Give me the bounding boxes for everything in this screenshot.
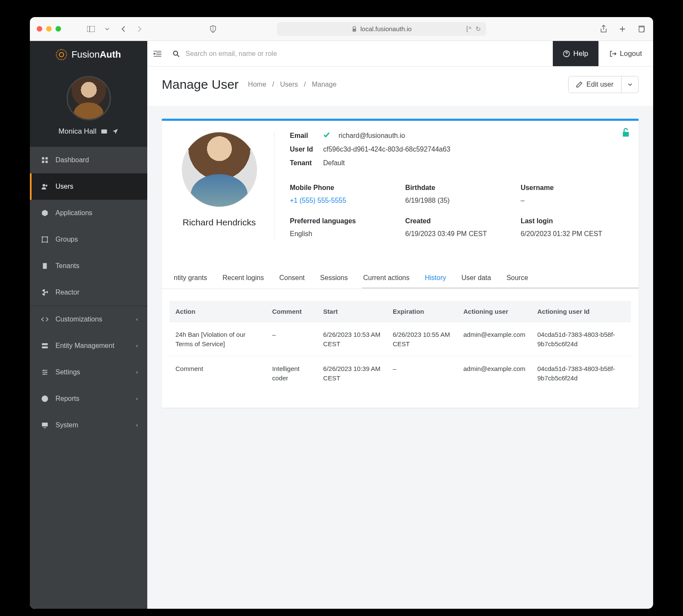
- sidebar-profile: Monica Hall: [30, 68, 147, 147]
- nav-label: Customizations: [55, 315, 102, 323]
- nav-groups[interactable]: Groups: [30, 226, 147, 253]
- nav-settings[interactable]: Settings ‹: [30, 359, 147, 385]
- nav-label: Groups: [55, 236, 78, 243]
- nav-dashboard[interactable]: Dashboard: [30, 147, 147, 173]
- nav-label: Reactor: [55, 289, 79, 296]
- chevron-down-icon[interactable]: [102, 24, 112, 34]
- breadcrumb: Home / Users / Manage: [248, 81, 336, 88]
- window-close[interactable]: [37, 26, 42, 32]
- username-value: –: [521, 196, 626, 205]
- svg-rect-0: [87, 26, 95, 32]
- nav-tenants[interactable]: Tenants: [30, 253, 147, 279]
- groups-icon: [41, 236, 49, 243]
- lock-icon: [352, 26, 357, 32]
- svg-rect-3: [353, 29, 356, 32]
- chevron-down-icon: [628, 83, 632, 86]
- nav-users[interactable]: Users: [30, 173, 147, 200]
- col-action: Action: [169, 301, 266, 322]
- tab-consent[interactable]: Consent: [271, 267, 312, 289]
- cell-expiration: 6/26/2023 10:55 AM CEST: [387, 322, 457, 356]
- created-label: Created: [405, 217, 510, 225]
- edit-user-dropdown[interactable]: [622, 76, 639, 93]
- id-card-icon[interactable]: [101, 128, 108, 135]
- edit-user-group: Edit user: [568, 76, 639, 93]
- new-tab-icon[interactable]: [617, 24, 628, 34]
- history-table: Action Comment Start Expiration Actionin…: [169, 301, 631, 391]
- shield-icon[interactable]: [208, 24, 218, 34]
- nav-label: Entity Management: [55, 342, 114, 350]
- sidebar-toggle-icon[interactable]: [86, 24, 96, 34]
- tab-current-actions[interactable]: Current actions: [356, 267, 417, 289]
- url-text: local.fusionauth.io: [360, 25, 412, 32]
- sliders-icon: [41, 368, 49, 376]
- pie-chart-icon: [41, 395, 49, 403]
- tabs-icon[interactable]: [636, 24, 646, 34]
- nav-label: Tenants: [55, 262, 79, 270]
- search-input[interactable]: [185, 50, 553, 58]
- share-icon[interactable]: [598, 24, 609, 34]
- profile-avatar[interactable]: [67, 76, 111, 120]
- location-arrow-icon[interactable]: [112, 128, 119, 135]
- email-label: Email: [290, 132, 316, 140]
- help-button[interactable]: Help: [553, 41, 598, 66]
- verified-check-icon: [323, 132, 330, 140]
- logout-button[interactable]: Logout: [598, 41, 653, 66]
- nav-applications[interactable]: Applications: [30, 200, 147, 226]
- tab-entity-grants[interactable]: ntity grants: [166, 267, 215, 289]
- collapse-sidebar-button[interactable]: [147, 51, 168, 57]
- nav-entity-management[interactable]: Entity Management ‹: [30, 333, 147, 359]
- table-row: 24h Ban [Violation of our Terms of Servi…: [169, 322, 631, 356]
- svg-point-18: [44, 292, 46, 294]
- col-comment: Comment: [266, 301, 318, 322]
- search-box: [168, 50, 553, 58]
- nav-label: Settings: [55, 368, 80, 376]
- url-bar[interactable]: local.fusionauth.io ⁅ᴬ ↻: [277, 22, 486, 36]
- svg-rect-7: [46, 157, 48, 159]
- cell-actioning-user: admin@example.com: [457, 322, 531, 356]
- tab-history[interactable]: History: [417, 267, 454, 289]
- userid-value: cf596c3d-d961-424c-803d-68c592744a63: [323, 146, 450, 153]
- translate-icon[interactable]: ⁅ᴬ: [466, 25, 471, 33]
- window-minimize[interactable]: [46, 26, 52, 32]
- help-label: Help: [573, 50, 588, 58]
- brand-logo[interactable]: FusionAuth: [30, 41, 147, 68]
- unlock-icon[interactable]: [622, 128, 630, 139]
- tab-user-data[interactable]: User data: [454, 267, 499, 289]
- tab-source[interactable]: Source: [499, 267, 536, 289]
- svg-rect-17: [43, 263, 47, 269]
- nav-reactor[interactable]: Reactor: [30, 279, 147, 306]
- window-zoom[interactable]: [55, 26, 61, 32]
- tab-sessions[interactable]: Sessions: [312, 267, 356, 289]
- svg-rect-9: [46, 161, 48, 163]
- chevron-left-icon: ‹: [136, 343, 138, 349]
- nav-system[interactable]: System ‹: [30, 412, 147, 438]
- logout-label: Logout: [620, 50, 642, 58]
- svg-point-11: [46, 185, 48, 187]
- svg-point-23: [44, 374, 45, 375]
- breadcrumb-manage: Manage: [312, 81, 336, 88]
- svg-rect-20: [42, 347, 48, 349]
- cell-start: 6/26/2023 10:39 AM CEST: [317, 356, 387, 391]
- code-icon: [41, 315, 49, 323]
- breadcrumb-users[interactable]: Users: [280, 81, 298, 88]
- nav-label: System: [55, 421, 78, 429]
- back-icon[interactable]: [118, 24, 128, 34]
- nav-label: Users: [55, 183, 73, 190]
- svg-point-22: [46, 372, 47, 373]
- tab-recent-logins[interactable]: Recent logins: [215, 267, 271, 289]
- userid-label: User Id: [290, 146, 316, 153]
- tabs: ntity grants Recent logins Consent Sessi…: [162, 267, 639, 289]
- forward-icon[interactable]: [134, 24, 145, 34]
- last-login-value: 6/20/2023 01:32 PM CEST: [521, 229, 626, 239]
- cell-actioning-user: admin@example.com: [457, 356, 531, 391]
- edit-user-button[interactable]: Edit user: [568, 76, 622, 93]
- breadcrumb-home[interactable]: Home: [248, 81, 266, 88]
- reload-icon[interactable]: ↻: [476, 25, 481, 33]
- cell-comment: –: [266, 322, 318, 356]
- nav-customizations[interactable]: Customizations ‹: [30, 306, 147, 333]
- nav-reports[interactable]: Reports ‹: [30, 385, 147, 412]
- col-expiration: Expiration: [387, 301, 457, 322]
- mobile-phone-link[interactable]: +1 (555) 555-5555: [290, 197, 346, 204]
- main: Help Logout Manage User Home / Users / M…: [147, 41, 653, 609]
- svg-point-25: [173, 51, 178, 55]
